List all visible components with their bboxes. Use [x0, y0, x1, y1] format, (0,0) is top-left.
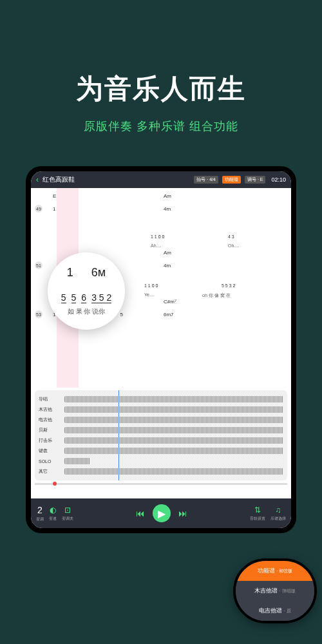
track-name: 导唱: [39, 396, 61, 402]
track-name: 其它: [39, 468, 61, 475]
prev-icon[interactable]: ⏮: [136, 508, 145, 518]
speedometer-icon: ◐: [50, 506, 56, 515]
notes: 1 1 0 0: [144, 283, 158, 288]
hero-title: 为音乐人而生: [0, 0, 322, 107]
sliders-icon: ⇅: [254, 506, 261, 515]
track-name: 键盘: [39, 448, 61, 454]
track-name: 木吉他: [39, 406, 61, 413]
progress-thumb[interactable]: [53, 482, 57, 486]
lyric: Ye....: [144, 292, 155, 297]
track-name: 打击乐: [39, 437, 61, 444]
popup-option-acoustic[interactable]: 木吉他谱 · 弹唱版: [236, 581, 314, 601]
transpose-control[interactable]: 2 变调: [36, 505, 44, 522]
magnified-lyric: 如 果 你 说你: [68, 307, 105, 316]
tablet-screen: ‹ 红色高跟鞋 拍号 · 4/4 功能谱 调号 · E 02:10 E Am 4…: [31, 171, 291, 528]
bottom-toolbar: 2 变调 ◐ 变速 ⊡ 变调夫 ⏮ ▶ ⏭ ⇅ 音轨设置: [31, 498, 291, 528]
app-header: ‹ 红色高跟鞋 拍号 · 4/4 功能谱 调号 · E 02:10: [31, 171, 291, 188]
popup-option-function[interactable]: 功能谱 · 和弦版: [236, 561, 314, 581]
control-label: 变速: [49, 516, 57, 522]
track-waveform: [64, 417, 283, 423]
track-row[interactable]: 木吉他: [39, 404, 283, 415]
magnified-note: 3 5 2: [91, 292, 111, 303]
magnified-note: 5: [71, 292, 77, 303]
score-select-control[interactable]: ♫ 乐谱选择: [270, 506, 286, 522]
track-row[interactable]: 导唱: [39, 394, 283, 404]
next-icon[interactable]: ⏭: [178, 508, 187, 518]
popup-label: 木吉他谱: [254, 587, 278, 594]
chord-label: C#m⁷: [164, 299, 176, 305]
popup-label: 电吉他谱: [259, 607, 282, 614]
track-waveform: [64, 448, 283, 454]
bar-number: 53: [35, 310, 43, 318]
track-waveform: [64, 468, 283, 475]
track-name: 电吉他: [39, 417, 61, 423]
song-title: 红色高跟鞋: [43, 175, 190, 184]
track-row[interactable]: 打击乐: [39, 435, 283, 446]
track-row[interactable]: 其它: [39, 466, 283, 477]
chord-label: 4m: [164, 206, 171, 212]
track-row[interactable]: SOLO: [39, 456, 283, 466]
track-name: 贝斯: [39, 427, 61, 433]
playhead-line[interactable]: [118, 390, 119, 480]
note: 1: [53, 206, 55, 212]
mixer-control[interactable]: ⇅ 音轨设置: [250, 506, 265, 522]
badge-score-type[interactable]: 功能谱: [222, 176, 241, 184]
popup-sublabel: · 弹唱版: [279, 589, 296, 593]
track-waveform: [64, 396, 283, 402]
popup-sublabel: · 和弦版: [276, 569, 292, 573]
hero-subtitle: 原版伴奏 多种乐谱 组合功能: [0, 118, 322, 134]
transpose-value: 2: [37, 505, 43, 515]
popup-label: 功能谱: [258, 567, 275, 574]
popup-option-electric[interactable]: 电吉他谱 · 原: [236, 601, 314, 621]
play-icon: ▶: [158, 507, 166, 520]
bar-number: 49: [35, 205, 43, 213]
track-waveform: [64, 458, 90, 464]
tempo-control[interactable]: ◐ 变速: [49, 506, 57, 522]
badge-key[interactable]: 调号 · E: [245, 176, 266, 184]
track-waveform: [64, 427, 283, 433]
progress-bar[interactable]: [35, 483, 287, 485]
track-row[interactable]: 电吉他: [39, 415, 283, 425]
chord-label: E: [53, 193, 56, 199]
notes: 5 5 3 2: [222, 283, 235, 288]
popup-sublabel: · 原: [284, 609, 291, 613]
magnified-note: 5: [61, 292, 66, 303]
time-display: 02:10: [271, 176, 286, 183]
track-waveform: [64, 406, 283, 413]
capo-control[interactable]: ⊡ 变调夫: [62, 506, 73, 522]
chord-label: 4m: [164, 263, 171, 269]
chord-label: Am: [164, 250, 171, 256]
magnified-note: 1: [67, 266, 73, 279]
control-label: 变调夫: [62, 516, 73, 522]
control-label: 乐谱选择: [270, 516, 286, 522]
chord-label: Am: [164, 193, 171, 199]
track-row[interactable]: 键盘: [39, 446, 283, 456]
capo-icon: ⊡: [64, 506, 71, 515]
tracks-panel: 导唱 木吉他 电吉他 贝斯 打击乐 键盘 SOLO 其它: [35, 390, 287, 480]
notes: 1 1 0 0: [151, 234, 164, 239]
magnified-note: 6: [81, 292, 86, 303]
score-area[interactable]: E Am 49 1 4m 1 1 0 0 4 3 Ah.... Oh.... A…: [31, 188, 291, 388]
badge-time-sig[interactable]: 拍号 · 4/4: [194, 176, 218, 184]
control-label: 变调: [36, 516, 44, 522]
notes: 4 3: [228, 234, 234, 239]
music-note-icon: ♫: [276, 506, 281, 515]
lyric: Oh....: [228, 243, 239, 248]
lyric: Ah....: [151, 243, 161, 248]
score-type-popup: 功能谱 · 和弦版 木吉他谱 · 弹唱版 电吉他谱 · 原: [233, 558, 317, 623]
control-label: 音轨设置: [250, 516, 265, 522]
chord-label: 6m7: [164, 312, 174, 317]
track-name: SOLO: [39, 459, 61, 464]
magnifier-zoom: 1 6м 5 5 6 3 5 2 如 果 你 说你: [48, 252, 125, 330]
magnified-note: 6м: [91, 266, 106, 279]
lyric: oh 你 像 窝 在: [202, 292, 231, 299]
track-waveform: [64, 437, 283, 444]
tablet-frame: ‹ 红色高跟鞋 拍号 · 4/4 功能谱 调号 · E 02:10 E Am 4…: [26, 166, 296, 533]
back-icon[interactable]: ‹: [36, 175, 39, 184]
play-button[interactable]: ▶: [153, 504, 171, 522]
track-row[interactable]: 贝斯: [39, 425, 283, 435]
bar-number: 51: [35, 261, 43, 269]
note: 5: [120, 312, 122, 317]
